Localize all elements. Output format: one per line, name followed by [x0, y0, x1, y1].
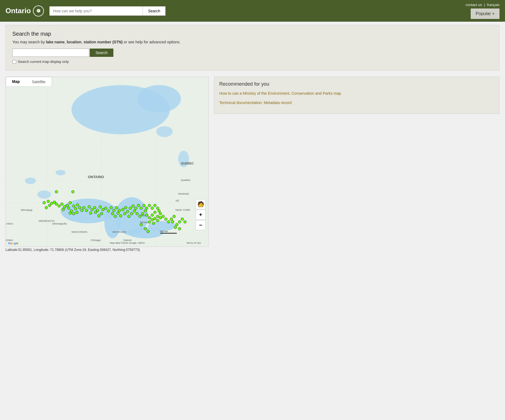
svg-point-58 — [82, 206, 85, 209]
header-search-button[interactable]: Search — [143, 6, 165, 16]
tab-satellite[interactable]: Satellite — [26, 77, 52, 86]
svg-point-124 — [178, 220, 181, 223]
popular-button[interactable]: Popular + — [471, 9, 500, 19]
svg-point-97 — [129, 207, 132, 209]
svg-text:Minneapolis: Minneapolis — [52, 222, 67, 225]
svg-text:VE: VE — [175, 199, 179, 202]
search-term2: location — [67, 40, 82, 44]
svg-point-67 — [100, 212, 103, 215]
svg-point-56 — [72, 212, 75, 215]
svg-text:Google: Google — [8, 242, 18, 245]
svg-text:Montreal: Montreal — [178, 192, 189, 195]
svg-text:QUEBEC: QUEBEC — [181, 162, 194, 165]
search-panel: Search the map You may search by lake na… — [5, 25, 500, 71]
svg-point-76 — [115, 206, 118, 209]
svg-point-73 — [107, 209, 110, 212]
svg-point-128 — [178, 227, 181, 230]
svg-point-52 — [76, 204, 79, 206]
svg-rect-132 — [160, 233, 177, 234]
map-search-button[interactable]: Search — [90, 49, 113, 57]
svg-point-82 — [122, 208, 124, 211]
search-checkbox-row: Search current map display only — [12, 60, 493, 64]
svg-point-127 — [174, 226, 177, 229]
recommended-title: Recommended for you — [219, 81, 494, 87]
header-search-form: Search — [49, 6, 165, 16]
search-current-map-checkbox[interactable] — [12, 60, 16, 64]
svg-point-42 — [58, 205, 61, 207]
svg-point-99 — [134, 207, 137, 209]
svg-text:Quebec: Quebec — [181, 178, 190, 181]
svg-point-121 — [173, 215, 175, 218]
svg-point-129 — [144, 227, 147, 230]
svg-point-80 — [117, 212, 119, 214]
recommended-box: Recommended for you How to use a Ministr… — [214, 77, 500, 114]
svg-text:ASKA: ASKA — [6, 222, 13, 225]
svg-point-53 — [78, 206, 81, 209]
contact-us-link[interactable]: contact us — [466, 3, 482, 7]
tab-map[interactable]: Map — [6, 77, 26, 86]
svg-text:IOWA: IOWA — [6, 239, 13, 242]
svg-text:MICHIGAN: MICHIGAN — [113, 230, 126, 233]
svg-text:NEW YORK: NEW YORK — [175, 208, 190, 211]
svg-point-87 — [130, 212, 133, 215]
svg-point-84 — [126, 210, 129, 213]
recommended-link-1[interactable]: Technical documentation: Metadata record — [219, 100, 494, 106]
svg-point-70 — [55, 191, 58, 193]
francais-link[interactable]: français — [487, 3, 500, 7]
header-search-input[interactable] — [49, 6, 143, 16]
main-content: Map Satellite — [0, 74, 505, 257]
svg-text:200 km: 200 km — [160, 230, 168, 233]
svg-point-105 — [151, 207, 153, 209]
svg-point-59 — [85, 209, 88, 212]
recommended-link-0[interactable]: How to use a Ministry of the Environment… — [219, 91, 494, 96]
svg-point-71 — [71, 191, 74, 193]
svg-text:Chicago: Chicago — [91, 239, 101, 242]
svg-text:Detroit: Detroit — [124, 239, 132, 242]
svg-point-107 — [156, 207, 159, 209]
header-links: contact us | français — [466, 3, 500, 7]
search-panel-title: Search the map — [12, 31, 493, 37]
svg-point-93 — [145, 214, 148, 216]
separator: | — [484, 3, 485, 7]
svg-point-119 — [167, 220, 170, 223]
svg-point-65 — [99, 205, 102, 208]
search-term1: lake name — [46, 40, 64, 44]
sidebar: Recommended for you How to use a Ministr… — [214, 77, 500, 252]
svg-point-57 — [69, 212, 71, 214]
map-wrapper[interactable]: Map Satellite — [5, 77, 209, 247]
search-term3: station number (STN) — [83, 40, 122, 44]
zoom-out-button[interactable]: − — [196, 220, 206, 230]
svg-point-72 — [104, 207, 107, 209]
svg-point-51 — [74, 207, 77, 210]
svg-point-47 — [67, 207, 70, 209]
logo-text: Ontario — [5, 7, 31, 15]
map-search-row: Search — [12, 49, 493, 57]
desc-prefix: You may search by — [12, 40, 46, 44]
svg-text:WISCONSIN: WISCONSIN — [71, 230, 87, 233]
svg-point-7 — [148, 221, 176, 231]
svg-point-104 — [148, 204, 151, 207]
svg-point-114 — [152, 222, 155, 225]
svg-point-37 — [50, 202, 53, 205]
svg-point-113 — [148, 220, 151, 223]
svg-text:Winnipeg: Winnipeg — [21, 208, 32, 211]
desc-suffix: or see help for advanced options. — [123, 40, 181, 44]
map-controls: 🧑 + − — [196, 199, 206, 230]
svg-point-120 — [170, 218, 173, 220]
zoom-in-button[interactable]: + — [196, 210, 206, 220]
svg-text:Terms of Use: Terms of Use — [186, 242, 201, 244]
trillium-icon: ☸ — [33, 5, 44, 16]
svg-point-74 — [110, 206, 113, 209]
svg-point-103 — [145, 207, 148, 209]
map-search-input[interactable] — [12, 49, 89, 57]
svg-point-35 — [43, 201, 46, 204]
svg-point-38 — [48, 204, 51, 207]
svg-point-118 — [164, 218, 167, 220]
svg-point-89 — [136, 212, 139, 215]
street-view-button[interactable]: 🧑 — [196, 199, 206, 209]
svg-point-109 — [159, 212, 162, 215]
svg-point-36 — [47, 200, 50, 203]
header-left: Ontario ☸ Search — [5, 5, 165, 16]
search-current-map-label: Search current map display only — [18, 60, 69, 64]
svg-point-116 — [159, 216, 162, 219]
